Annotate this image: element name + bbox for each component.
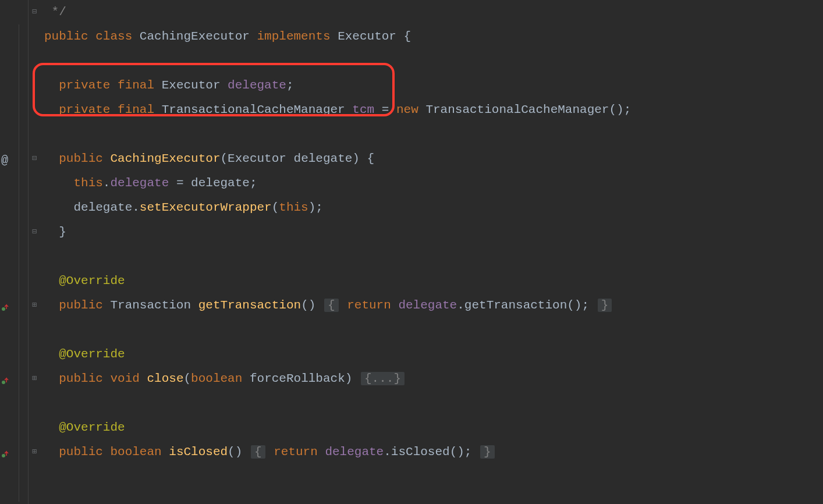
gutter-row — [0, 73, 44, 98]
code-line-blank[interactable] — [44, 318, 823, 342]
gutter-row — [0, 318, 44, 342]
override-up-icon[interactable] — [1, 448, 9, 456]
fold-collapse-icon[interactable]: ⊟ — [30, 154, 38, 162]
code-line[interactable]: private final Executor delegate; — [44, 73, 823, 98]
gutter-row — [0, 49, 44, 73]
gutter-row: ⊟ — [0, 0, 44, 24]
at-symbol-icon: @ — [1, 154, 8, 167]
svg-point-2 — [2, 454, 5, 457]
code-line-blank[interactable] — [44, 391, 823, 416]
gutter-row — [0, 171, 44, 196]
code-line[interactable]: @Override — [44, 416, 823, 440]
comment-text: */ — [52, 5, 66, 19]
code-line-blank[interactable] — [44, 122, 823, 147]
override-up-icon[interactable] — [1, 375, 9, 383]
fold-expand-icon[interactable]: ⊞ — [30, 300, 38, 308]
gutter-row — [0, 416, 44, 440]
fold-expand-icon[interactable]: ⊞ — [30, 374, 38, 382]
gutter-row — [0, 391, 44, 416]
code-line[interactable]: public boolean isClosed() { return deleg… — [44, 440, 823, 464]
code-line[interactable]: delegate.setExecutorWrapper(this); — [44, 196, 823, 220]
gutter-row — [0, 196, 44, 220]
svg-point-0 — [2, 307, 5, 311]
code-line[interactable]: public CachingExecutor(Executor delegate… — [44, 147, 823, 171]
gutter-row — [0, 24, 44, 49]
gutter-row — [0, 244, 44, 269]
gutter-row: ⊞ — [0, 293, 44, 318]
code-line[interactable]: public class CachingExecutor implements … — [44, 24, 823, 49]
gutter-row: ⊞ — [0, 367, 44, 391]
code-line-blank[interactable] — [44, 244, 823, 269]
editor-gutter: ⊟ @ ⊟ ⊟ ⊞ ⊞ — [0, 0, 44, 504]
override-up-icon[interactable] — [1, 301, 9, 310]
fold-collapse-icon[interactable]: ⊟ — [30, 227, 38, 235]
code-line-blank[interactable] — [44, 49, 823, 73]
folded-region[interactable]: { — [324, 299, 339, 312]
gutter-row — [0, 464, 44, 489]
folded-region[interactable]: {...} — [361, 372, 405, 385]
gutter-row: @ ⊟ — [0, 147, 44, 171]
gutter-row — [0, 98, 44, 122]
fold-expand-icon[interactable]: ⊞ — [30, 447, 38, 455]
gutter-row: ⊟ — [0, 220, 44, 244]
code-line[interactable]: private final TransactionalCacheManager … — [44, 98, 823, 122]
code-line-blank[interactable] — [44, 464, 823, 489]
gutter-row — [0, 269, 44, 293]
code-line[interactable]: @Override — [44, 342, 823, 367]
code-line[interactable]: public void close(boolean forceRollback)… — [44, 367, 823, 391]
code-line[interactable]: */ — [44, 0, 823, 24]
gutter-row: ⊞ — [0, 440, 44, 464]
fold-collapse-icon[interactable]: ⊟ — [30, 7, 38, 15]
code-content[interactable]: */ public class CachingExecutor implemen… — [44, 0, 823, 504]
gutter-row — [0, 122, 44, 147]
folded-region[interactable]: { — [251, 445, 265, 459]
code-line[interactable]: public Transaction getTransaction() { re… — [44, 293, 823, 318]
svg-point-1 — [2, 381, 5, 384]
code-line[interactable]: this.delegate = delegate; — [44, 171, 823, 196]
folded-region[interactable]: } — [480, 445, 495, 459]
code-editor: ⊟ @ ⊟ ⊟ ⊞ ⊞ — [0, 0, 823, 504]
gutter-row — [0, 342, 44, 367]
code-line[interactable]: @Override — [44, 269, 823, 293]
folded-region[interactable]: } — [598, 299, 612, 312]
code-line[interactable]: } — [44, 220, 823, 244]
